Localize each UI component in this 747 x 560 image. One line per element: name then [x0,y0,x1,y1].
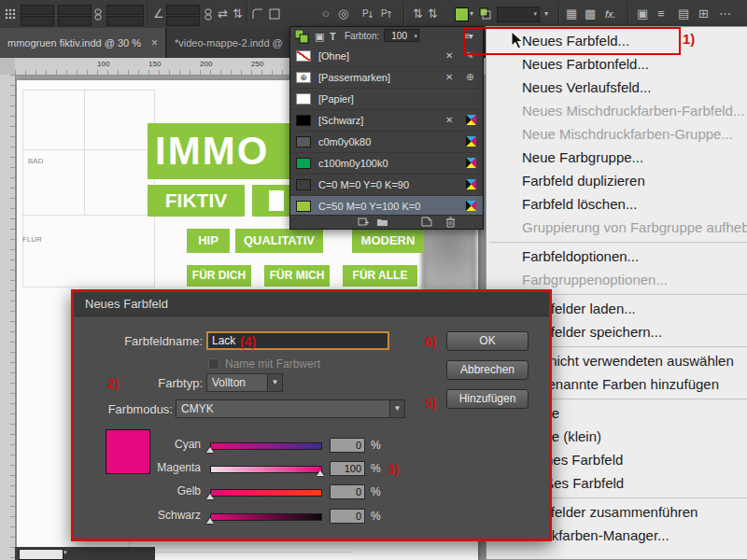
menu-item-farbfeld-loeschen[interactable]: Farbfeld löschen... [486,192,747,216]
ruler-origin-box[interactable] [0,58,16,76]
corner-options-icon[interactable] [252,8,263,20]
nudge-spinner-icon-2[interactable]: ⇅ [428,0,438,28]
relative-y-icon[interactable]: P [381,7,394,21]
align-panel-icon[interactable]: ≡ [657,0,665,28]
black-slider-thumb[interactable] [206,518,214,524]
menu-item-farbfeldoptionen[interactable]: Farbfeldoptionen... [486,245,747,268]
design-block-hip[interactable]: HIP [187,229,230,253]
menu-item-neues-farbtonfeld[interactable]: Neues Farbtonfeld... [486,52,747,76]
drop-shadow-icon[interactable]: ▩ [585,0,596,28]
design-block-fuer-alle[interactable]: FÜR ALLE [343,265,417,287]
stroke-weight-arrow-icon[interactable]: ▾ [533,10,537,18]
swatch-row-black[interactable]: [Schwarz] ✕ [290,110,483,132]
tab-immogruen-fiktiv[interactable]: mmogruen fiktiv.indd @ 30 % [0,28,166,58]
magenta-value-field[interactable]: 100 [330,461,365,476]
scale-x-field[interactable] [106,5,144,15]
fill-color-swatch[interactable] [455,7,469,21]
flip-vertical-icon[interactable]: ⇅ [233,0,243,28]
black-value-field[interactable]: 0 [330,509,365,524]
swatch-row-none[interactable]: [Ohne] ✕ ✎ [290,46,483,67]
design-block-fuer-dich[interactable]: FÜR DICH [187,265,251,287]
effects-fx-label[interactable]: fx. [605,0,616,28]
table-grid-icon[interactable]: ▦ [566,0,577,28]
apply-to-container-icon[interactable]: ▣ [315,27,324,46]
menu-item-farbfeld-duplizieren[interactable]: Farbfeld duplizieren [486,169,747,192]
nudge-spinner-icon[interactable]: ⇅ [413,0,423,28]
new-swatch-icon[interactable] [421,217,432,227]
insert-icon[interactable]: ⊞ [698,0,709,28]
rotation-angle-field[interactable] [166,5,200,15]
zoom-dropdown-arrow-icon[interactable]: ▾ [63,549,67,556]
swatch-row-paper[interactable]: [Papier] [290,89,483,110]
ok-button[interactable]: OK [446,331,529,351]
swatch-row-k90[interactable]: C=0 M=0 Y=0 K=90 [290,175,483,196]
magenta-slider[interactable] [210,466,322,473]
control-panel-toolbar: ∠ ⇄ ⇅ ○ ◎ P P ⇅ ⇅ ▾ ▾ ▾ ▦ ▩ fx. ▣ ≡ ▤ ⊞ … [0,0,747,29]
design-block-fuer-mich[interactable]: FÜR MICH [264,265,330,287]
chevron-down-icon[interactable]: ▼ [389,400,404,417]
design-block-fiktiv[interactable]: FIKTIV [148,185,245,217]
width-field[interactable] [58,5,92,15]
design-block-modern[interactable]: MODERN [352,229,424,253]
stroke-type-dropdown-arrow-icon[interactable]: ▾ [544,0,548,28]
swatch-chip [296,136,311,147]
flip-horizontal-icon[interactable]: ⇄ [218,0,228,28]
cyan-slider-thumb[interactable] [206,447,214,453]
chevron-down-icon[interactable]: ▼ [267,374,282,391]
yellow-value-field[interactable]: 0 [330,484,365,499]
y-position-field[interactable] [21,16,54,26]
color-group-folder-icon[interactable] [376,217,388,227]
ruler-tick-label: 200 [200,60,212,68]
apply-to-text-icon[interactable]: T [330,27,336,46]
zoom-level-field[interactable] [19,549,63,560]
swatch-row-green[interactable]: c100m0y100k0 [290,153,483,175]
add-button[interactable]: Hinzufügen [446,389,529,409]
reference-point-proxy-icon[interactable] [5,8,16,20]
cyan-value-field[interactable]: 0 [330,438,365,453]
object-styles-icon[interactable]: ▤ [678,0,689,28]
constrain-link-icon[interactable] [93,8,103,21]
close-icon[interactable]: × [151,28,158,58]
swap-fill-stroke-icon[interactable] [479,7,491,20]
design-block-qualitativ[interactable]: QUALITATIV [235,229,323,253]
black-slider[interactable] [210,513,322,521]
vertical-ruler[interactable] [0,75,16,560]
color-type-dropdown[interactable]: Vollton ▼ [206,373,283,392]
more-options-icon[interactable]: ⋯ [719,0,731,28]
text-wrap-icon[interactable]: ▣ [637,0,648,28]
fill-proxy-icon[interactable] [295,30,309,44]
floorplan-room-label: BAD [28,157,43,165]
select-content-icon[interactable]: ◎ [338,0,348,28]
annotation-5: 5) [425,396,436,411]
tab-video-mappe-2[interactable]: *video-mappe-2.indd @ [167,28,309,58]
scale-y-field[interactable] [106,16,144,26]
select-container-icon[interactable]: ○ [322,0,330,28]
cyan-slider[interactable] [210,442,322,450]
swatch-name-input[interactable] [206,331,389,350]
yellow-slider-thumb[interactable] [206,494,214,499]
fill-color-dropdown-arrow-icon[interactable]: ▾ [470,0,473,28]
swatches-panel-footer [290,215,483,229]
new-color-group-icon[interactable] [358,217,370,227]
color-mode-dropdown[interactable]: CMYK ▼ [176,399,405,418]
menu-item-neues-verlaufsfeld[interactable]: Neues Verlaufsfeld... [486,76,747,99]
magenta-slider-thumb[interactable] [317,470,324,476]
yellow-label: Gelb [107,484,201,497]
rotate-link-icon[interactable] [204,8,213,21]
shear-angle-field[interactable] [166,16,200,26]
stroke-weight-field[interactable]: ▾ [497,7,540,22]
corner-radius-icon[interactable] [269,8,280,20]
x-position-field[interactable] [21,5,54,15]
rotation-icon[interactable]: ∠ [153,0,164,28]
yellow-slider[interactable] [210,489,322,497]
swatch-row-registration[interactable]: ⊕ [Passermarken] ✕ ⊕ [290,67,483,89]
swatch-row-gray[interactable]: c0m0y0k80 [290,132,483,153]
height-field[interactable] [58,16,92,26]
tint-dropdown-arrow-icon[interactable]: ▾ [414,33,417,40]
menu-item-neue-farbgruppe[interactable]: Neue Farbgruppe... [486,146,747,169]
relative-x-icon[interactable]: P [362,7,375,21]
tint-value-field[interactable]: 100 ▾ [384,29,419,42]
cancel-button[interactable]: Abbrechen [446,360,529,380]
dialog-title[interactable]: Neues Farbfeld [74,292,549,316]
delete-swatch-trash-icon[interactable] [445,217,456,228]
